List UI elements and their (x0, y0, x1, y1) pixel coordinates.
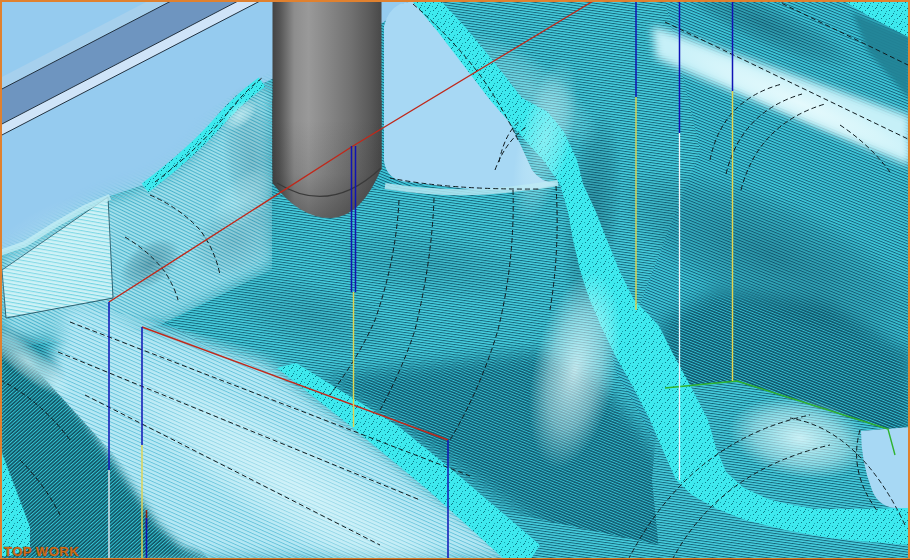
svg-text:TOP WORK: TOP WORK (4, 544, 79, 559)
